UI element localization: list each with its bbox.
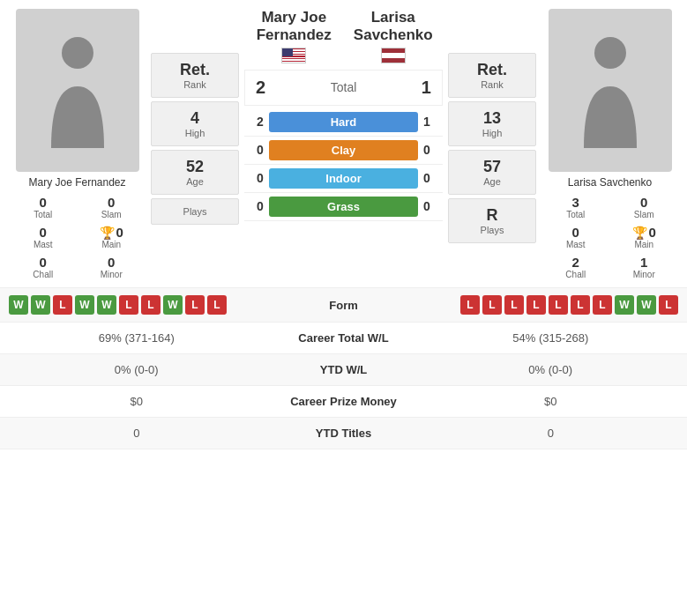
left-player-stats: 0 Total 0 Slam 0 Mast 🏆 0 <box>9 192 146 282</box>
right-slam-label: Slam <box>612 210 677 219</box>
right-plays-value: R <box>452 206 532 225</box>
left-total-value: 0 <box>11 195 76 210</box>
left-minor-cell: 0 Minor <box>78 252 146 282</box>
right-age-value: 57 <box>452 158 532 176</box>
right-total-label: Total <box>543 210 609 219</box>
clay-left-score: 0 <box>251 143 269 157</box>
stats-rows: 69% (371-164)Career Total W/L54% (315-26… <box>0 322 687 449</box>
left-mast-cell: 0 Mast <box>9 222 78 252</box>
right-mast-cell: 0 Mast <box>541 222 610 252</box>
left-slam-cell: 0 Slam <box>78 192 146 222</box>
right-mast-label: Mast <box>566 240 586 249</box>
sr-center-2: Career Prize Money <box>265 395 423 408</box>
left-age-label: Age <box>155 176 235 187</box>
hard-right-score: 1 <box>418 115 436 129</box>
total-row: 2 Total 1 <box>244 70 443 106</box>
left-rank-box: Ret. Rank <box>151 53 239 98</box>
total-right-score: 1 <box>422 78 431 98</box>
form-badge-w: W <box>97 295 116 315</box>
left-high-label: High <box>155 128 235 138</box>
sr-right-0: 54% (315-268) <box>423 331 679 345</box>
left-total-cell: 0 Total <box>9 192 78 222</box>
right-slam-value: 0 <box>612 195 677 210</box>
form-badge-w: W <box>9 295 28 315</box>
right-plays-box: R Plays <box>448 198 536 243</box>
left-player-name: Mary Joe Fernandez <box>28 176 125 189</box>
left-chall-value: 0 <box>11 255 76 270</box>
left-mast-label: Mast <box>34 240 53 249</box>
left-chall-label: Chall <box>11 270 76 279</box>
sr-right-3: 0 <box>423 427 679 440</box>
right-chall-value: 2 <box>543 255 609 270</box>
right-age-box: 57 Age <box>448 150 536 195</box>
form-badge-l: L <box>207 295 227 315</box>
sr-center-3: YTD Titles <box>265 427 423 440</box>
left-form: WWLWWLLWLL <box>9 295 291 315</box>
form-badge-w: W <box>637 295 656 315</box>
right-trophy-icon: 🏆 <box>632 226 647 240</box>
right-high-label: High <box>452 128 532 138</box>
left-main-cell: 🏆 0 Main <box>78 222 146 252</box>
form-badge-l: L <box>504 295 524 315</box>
left-player-section: Mary Joe Fernandez 0 Total 0 Slam 0 Mast <box>9 9 146 282</box>
form-badge-l: L <box>53 295 72 315</box>
right-main-value: 0 <box>649 225 656 240</box>
form-badge-l: L <box>659 295 678 315</box>
form-badge-w: W <box>75 295 94 315</box>
form-badge-w: W <box>163 295 183 315</box>
center-column: Mary Joe Fernandez Larisa Savchenko 2 To… <box>244 9 443 282</box>
hard-badge: Hard <box>269 112 418 132</box>
form-badge-l: L <box>185 295 205 315</box>
player-headers: Mary Joe Fernandez Larisa Savchenko <box>244 9 443 70</box>
left-age-value: 52 <box>155 158 235 176</box>
total-left-score: 2 <box>256 78 265 98</box>
left-plays-box: Plays <box>151 198 239 225</box>
left-chall-cell: 0 Chall <box>9 252 78 282</box>
grass-right-score: 0 <box>418 199 436 213</box>
form-badge-w: W <box>31 295 50 315</box>
stats-row-1: 0% (0-0)YTD W/L0% (0-0) <box>0 354 687 386</box>
indoor-right-score: 0 <box>418 171 436 185</box>
right-minor-cell: 1 Minor <box>610 252 679 282</box>
total-label: Total <box>331 80 357 94</box>
clay-badge: Clay <box>269 140 418 160</box>
form-badge-l: L <box>526 295 546 315</box>
left-rank-value: Ret. <box>155 61 235 79</box>
right-rank-box: Ret. Rank <box>448 53 536 98</box>
sr-left-3: 0 <box>9 427 265 440</box>
right-minor-value: 1 <box>612 255 677 270</box>
left-rank-label: Rank <box>155 79 235 90</box>
sr-left-1: 0% (0-0) <box>9 363 265 376</box>
right-player-name: Larisa Savchenko <box>568 176 652 189</box>
right-player-photo <box>549 9 672 172</box>
right-flag-lv <box>381 48 406 63</box>
courts-wrapper: 2 Hard 1 0 Clay 0 0 Indoor 0 <box>244 108 443 221</box>
court-row-clay: 0 Clay 0 <box>244 137 443 165</box>
form-badge-l: L <box>482 295 502 315</box>
right-high-box: 13 High <box>448 101 536 146</box>
main-container: Mary Joe Fernandez 0 Total 0 Slam 0 Mast <box>0 0 687 449</box>
right-high-value: 13 <box>452 109 532 128</box>
indoor-badge: Indoor <box>269 168 418 189</box>
right-mast-value: 0 <box>572 225 579 240</box>
form-section: WWLWWLLWLL Form LLLLLLLWWL <box>0 287 687 322</box>
right-total-cell: 3 Total <box>541 192 610 222</box>
left-high-value: 4 <box>155 109 235 128</box>
right-main-cell: 🏆 0 Main <box>610 222 679 252</box>
comparison-area: Mary Joe Fernandez 0 Total 0 Slam 0 Mast <box>0 0 687 282</box>
court-row-grass: 0 Grass 0 <box>244 193 443 221</box>
court-row-hard: 2 Hard 1 <box>244 108 443 137</box>
sr-left-2: $0 <box>9 395 265 408</box>
svg-point-0 <box>62 37 93 69</box>
left-trophy-icon: 🏆 <box>100 226 115 240</box>
left-player-photo <box>16 9 139 172</box>
stats-row-2: $0Career Prize Money$0 <box>0 386 687 418</box>
right-header-name: Larisa Savchenko <box>344 9 444 45</box>
left-main-value: 0 <box>116 225 123 240</box>
right-player-section: Larisa Savchenko 3 Total 0 Slam 0 Mast <box>541 9 678 282</box>
form-badge-l: L <box>460 295 480 315</box>
right-plays-label: Plays <box>452 225 532 235</box>
right-form: LLLLLLLWWL <box>397 295 679 315</box>
indoor-left-score: 0 <box>251 171 269 185</box>
stats-row-3: 0YTD Titles0 <box>0 418 687 449</box>
